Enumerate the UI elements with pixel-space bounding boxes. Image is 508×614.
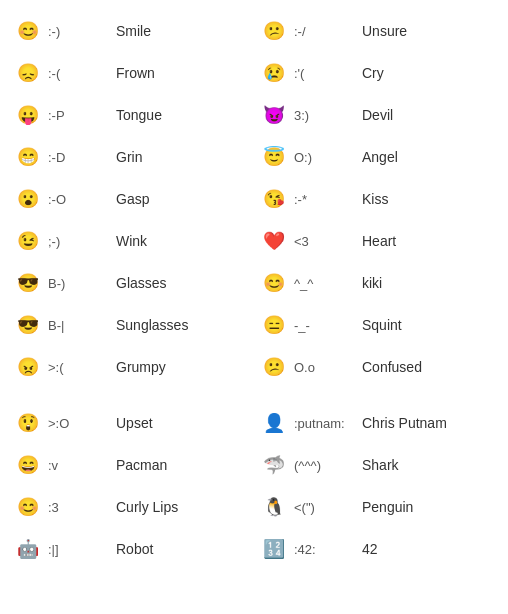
emoji-code: B-) [48,276,110,291]
list-item: 😄:vPacman [8,444,254,486]
emoji-label: Grin [116,149,142,165]
emoji-icon: 🦈 [260,451,288,479]
list-item: ❤️<3Heart [254,220,500,262]
emoji-label: Tongue [116,107,162,123]
emoji-code: :putnam: [294,416,356,431]
list-item: 😎B-|Sunglasses [8,304,254,346]
emoji-icon: 😞 [14,59,42,87]
list-item: 😇O:)Angel [254,136,500,178]
emoji-label: Cry [362,65,384,81]
emoji-icon: 😕 [260,353,288,381]
emoji-label: Glasses [116,275,167,291]
emoji-icon: 😈 [260,101,288,129]
emoji-code: :-D [48,150,110,165]
emoji-code: :-( [48,66,110,81]
emoji-label: kiki [362,275,382,291]
emoji-icon: 😎 [14,269,42,297]
emoji-icon: 😄 [14,451,42,479]
emoji-code: :-* [294,192,356,207]
list-item: 😠>:(Grumpy [8,346,254,388]
list-item: 🔢:42:42 [254,528,500,570]
emoji-label: Robot [116,541,153,557]
emoji-label: Devil [362,107,393,123]
list-item: 😊^_^kiki [254,262,500,304]
emoji-label: Shark [362,457,399,473]
list-item: 🤖:|]Robot [8,528,254,570]
emoji-code: <3 [294,234,356,249]
emoji-label: Curly Lips [116,499,178,515]
list-item: 😢:'(Cry [254,52,500,94]
emoji-icon: 😛 [14,101,42,129]
emoji-label: Sunglasses [116,317,188,333]
emoji-code: O:) [294,150,356,165]
emoji-label: Frown [116,65,155,81]
emoji-code: (^^^) [294,458,356,473]
emoji-label: Angel [362,149,398,165]
emoji-label: Chris Putnam [362,415,447,431]
emoji-icon: 👤 [260,409,288,437]
emoji-code: >:O [48,416,110,431]
emoji-grid: 😊:-)Smile😞:-(Frown😛:-PTongue😁:-DGrin😮:-O… [8,10,500,570]
emoji-code: :v [48,458,110,473]
emoji-label: Penguin [362,499,413,515]
list-item: 😮:-OGasp [8,178,254,220]
divider [254,388,500,402]
emoji-icon: 😮 [14,185,42,213]
emoji-label: Unsure [362,23,407,39]
list-item: 😕O.oConfused [254,346,500,388]
list-item: 😞:-(Frown [8,52,254,94]
emoji-code: 3:) [294,108,356,123]
list-item: 😁:-DGrin [8,136,254,178]
emoji-label: Confused [362,359,422,375]
emoji-code: :3 [48,500,110,515]
emoji-icon: 😉 [14,227,42,255]
emoji-icon: 😠 [14,353,42,381]
emoji-icon: 🐧 [260,493,288,521]
list-item: 😊:-)Smile [8,10,254,52]
right-column: 😕:-/Unsure😢:'(Cry😈3:)Devil😇O:)Angel😘:-*K… [254,10,500,570]
emoji-icon: ❤️ [260,227,288,255]
emoji-icon: 😊 [14,493,42,521]
emoji-code: :'( [294,66,356,81]
emoji-code: :-/ [294,24,356,39]
emoji-label: Squint [362,317,402,333]
emoji-code: ;-) [48,234,110,249]
emoji-code: :|] [48,542,110,557]
emoji-label: Kiss [362,191,388,207]
list-item: 😲>:OUpset [8,402,254,444]
main-container: 😊:-)Smile😞:-(Frown😛:-PTongue😁:-DGrin😮:-O… [0,0,508,614]
emoji-label: Wink [116,233,147,249]
emoji-icon: 😊 [14,17,42,45]
emoji-code: B-| [48,318,110,333]
list-item: 😈3:)Devil [254,94,500,136]
list-item: 😛:-PTongue [8,94,254,136]
list-item: 🐧<(")Penguin [254,486,500,528]
emoji-icon: 😁 [14,143,42,171]
emoji-code: :-O [48,192,110,207]
emoji-icon: 😢 [260,59,288,87]
emoji-code: O.o [294,360,356,375]
emoji-label: Gasp [116,191,149,207]
emoji-code: :-) [48,24,110,39]
emoji-icon: 😎 [14,311,42,339]
emoji-label: Smile [116,23,151,39]
emoji-label: Pacman [116,457,167,473]
list-item: 😊:3Curly Lips [8,486,254,528]
emoji-icon: 😕 [260,17,288,45]
emoji-icon: 😑 [260,311,288,339]
emoji-icon: 😊 [260,269,288,297]
emoji-icon: 🤖 [14,535,42,563]
list-item: 😘:-*Kiss [254,178,500,220]
emoji-icon: 😘 [260,185,288,213]
list-item: 👤:putnam:Chris Putnam [254,402,500,444]
list-item: 🦈(^^^)Shark [254,444,500,486]
emoji-icon: 🔢 [260,535,288,563]
emoji-icon: 😇 [260,143,288,171]
emoji-label: Grumpy [116,359,166,375]
list-item: 😉;-)Wink [8,220,254,262]
emoji-label: Upset [116,415,153,431]
left-column: 😊:-)Smile😞:-(Frown😛:-PTongue😁:-DGrin😮:-O… [8,10,254,570]
list-item: 😑-_-Squint [254,304,500,346]
emoji-code: ^_^ [294,276,356,291]
emoji-code: :42: [294,542,356,557]
